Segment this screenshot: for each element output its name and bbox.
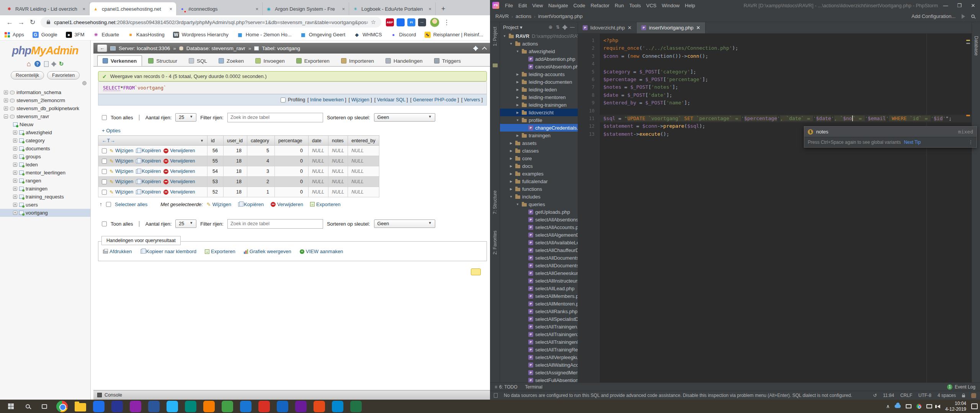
table-cell[interactable]: NULL xyxy=(309,166,328,177)
project-tree-folder[interactable]: ▼includes xyxy=(500,193,578,200)
menu-window[interactable]: Window xyxy=(659,3,682,8)
query-op-link[interactable]: Grafiek weergeven xyxy=(244,249,291,254)
bulk-action-link[interactable]: Kopiëren xyxy=(238,202,264,207)
table-cell[interactable]: 0 xyxy=(275,146,309,156)
add-configuration-button[interactable]: Add Configuration... xyxy=(911,13,956,19)
hide-panel-icon[interactable]: — xyxy=(570,24,575,30)
line-separator[interactable]: CRLF xyxy=(900,393,912,398)
bulk-action-link[interactable]: →Exporteren xyxy=(310,202,341,207)
crumb-folder[interactable]: actions xyxy=(516,13,531,19)
project-tree-folder[interactable]: ▼actions xyxy=(500,40,578,47)
table-cell[interactable]: 54 xyxy=(207,166,224,177)
project-tree-folder[interactable]: ▶lidoverzicht xyxy=(500,109,578,116)
chrome-tray-icon[interactable] xyxy=(916,404,921,409)
menu-edit[interactable]: Edit xyxy=(516,3,529,8)
tray-expand-icon[interactable]: ∧ xyxy=(886,403,890,409)
table-cell[interactable]: 53 xyxy=(207,177,224,187)
copy-row-link[interactable]: Kopiëren xyxy=(136,158,161,164)
taskbar-app-icon[interactable] xyxy=(314,401,325,412)
tree-database-item[interactable]: +stevensm_2lemoncrm xyxy=(0,96,90,104)
project-tree-file[interactable]: PaddAbsention.php xyxy=(500,55,578,63)
scroll-top-widget[interactable] xyxy=(471,268,481,275)
taskbar-search-icon[interactable] xyxy=(19,400,36,413)
column-reorder-icon[interactable]: ←T→ xyxy=(102,138,116,143)
menu-help[interactable]: Help xyxy=(682,3,698,8)
pma-tab-triggers[interactable]: Triggers xyxy=(429,55,466,66)
dropdown-caret-icon[interactable]: ▼ xyxy=(193,139,204,143)
profiling-checkbox[interactable] xyxy=(281,98,286,102)
tree-table-item[interactable]: +training_requests xyxy=(0,193,90,201)
taskbar-app-icon[interactable] xyxy=(93,401,105,412)
project-tree-folder[interactable]: ▶classes xyxy=(500,147,578,154)
table-cell[interactable]: NULL xyxy=(309,187,328,197)
table-cell[interactable]: NULL xyxy=(328,177,348,187)
project-tree-file[interactable]: PselectAllDocuments.php xyxy=(500,254,578,262)
tree-expander-icon[interactable]: + xyxy=(13,146,17,151)
extension-icon[interactable]: ABP xyxy=(386,18,394,26)
tool-button-structure[interactable]: 7: Structure xyxy=(492,190,498,214)
table-cell[interactable]: NULL xyxy=(328,166,348,177)
recent-tables-button[interactable]: Recentelijk xyxy=(11,71,44,80)
project-tree-folder[interactable]: ▶trainingen xyxy=(500,132,578,139)
tree-table-item[interactable]: +voortgang xyxy=(0,209,90,217)
taskbar-app-icon[interactable] xyxy=(350,401,362,412)
code-line[interactable]: $date = $_POST['date']; xyxy=(603,91,972,99)
pma-tab-invoegen[interactable]: Invoegen xyxy=(250,55,290,66)
table-cell[interactable]: NULL xyxy=(309,177,328,187)
project-tree-folder[interactable]: ▶leiding-trainingen xyxy=(500,101,578,109)
tree-expander-icon[interactable]: + xyxy=(13,154,17,159)
project-tree-folder[interactable]: ▶fullcalendar xyxy=(500,177,578,185)
sort-select[interactable]: Geen▼ xyxy=(374,113,435,122)
table-cell[interactable]: NULL xyxy=(328,187,348,197)
code-line[interactable]: $percentage = $_POST['percentage']; xyxy=(603,76,972,83)
tool-button-favorites[interactable]: 2: Favorites xyxy=(492,231,498,255)
project-panel-title[interactable]: Project ▾ xyxy=(503,24,523,30)
next-tip-link[interactable]: Next Tip xyxy=(904,140,921,145)
tree-table-item[interactable]: +leden xyxy=(0,161,90,169)
collapse-all-icon[interactable]: ⇅ xyxy=(556,24,560,30)
indent-style[interactable]: 4 spaces xyxy=(938,393,956,398)
close-button[interactable]: ✕ xyxy=(966,3,980,8)
table-cell[interactable]: NULL xyxy=(328,156,348,166)
project-tree-folder[interactable]: ▼afwezigheid xyxy=(500,47,578,55)
tool-button-project[interactable]: 1: Project xyxy=(492,27,498,46)
delete-row-link[interactable]: Verwijderen xyxy=(163,148,195,153)
browser-tab[interactable]: ▲cpanel1.cheesehosting.net× xyxy=(90,2,176,15)
taskbar-app-icon[interactable] xyxy=(222,401,233,412)
minimize-button[interactable]: — xyxy=(939,3,952,8)
pma-tab-exporteren[interactable]: Exporteren xyxy=(291,55,335,66)
bookmark-star-icon[interactable]: ☆ xyxy=(368,19,376,26)
edit-row-link[interactable]: ✎Wijzigen xyxy=(109,158,133,164)
tree-expander-icon[interactable]: − xyxy=(4,114,8,119)
autocomplete-item[interactable]: $ notes mixed xyxy=(804,127,977,137)
delete-row-link[interactable]: Verwijderen xyxy=(163,179,195,184)
table-cell[interactable]: 3 xyxy=(247,166,275,177)
table-cell[interactable]: NULL xyxy=(348,177,379,187)
tree-database-item[interactable]: −stevensm_ravr xyxy=(0,112,90,120)
table-cell[interactable]: 18 xyxy=(224,146,247,156)
taskbar-app-icon[interactable] xyxy=(240,401,252,412)
project-tree-file[interactable]: PselectAllMembers.php xyxy=(500,292,578,300)
new-tab-button[interactable]: + xyxy=(438,3,449,14)
filter-input[interactable] xyxy=(227,113,323,122)
bookmark-item[interactable]: ∿Reisplanner | Reisinf... xyxy=(425,32,483,38)
taskbar-app-icon[interactable] xyxy=(148,401,160,412)
bookmark-item[interactable]: Apps xyxy=(5,32,24,37)
project-tree-file[interactable]: PselectAllRanks.php xyxy=(500,307,578,315)
bookmark-item[interactable]: ✳Eduarte xyxy=(93,32,119,38)
terminal-tool-button[interactable]: Terminal xyxy=(525,384,542,390)
query-op-link[interactable]: Kopieer naar klembord xyxy=(140,249,197,254)
display-icon[interactable] xyxy=(906,404,911,408)
table-cell[interactable]: 5 xyxy=(247,146,275,156)
status-icon[interactable] xyxy=(494,393,498,398)
bookmark-item[interactable]: ■KaasHosting xyxy=(127,32,165,38)
search-everywhere-icon[interactable] xyxy=(971,15,975,18)
query-action-link[interactable]: [ Genereer PHP-code ] xyxy=(410,97,459,102)
menu-vcs[interactable]: VCS xyxy=(644,3,659,8)
tree-expander-icon[interactable]: + xyxy=(13,130,17,135)
project-tree-file[interactable]: PselectAllWaitingAccou xyxy=(500,361,578,369)
column-header[interactable]: notes xyxy=(328,136,348,146)
project-tree-folder[interactable]: ▶core xyxy=(500,154,578,162)
tool-button-database[interactable]: Database xyxy=(973,36,979,55)
edit-row-link[interactable]: ✎Wijzigen xyxy=(109,148,133,154)
